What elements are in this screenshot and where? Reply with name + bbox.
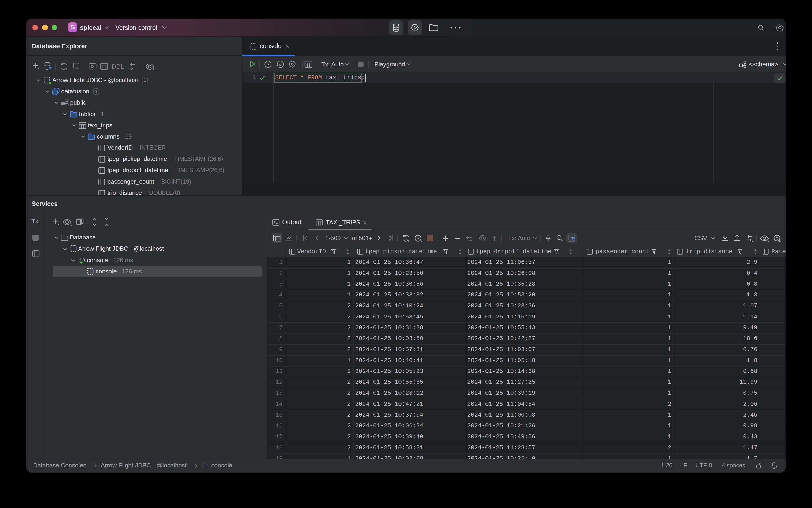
svg-text:p: p (279, 62, 281, 67)
